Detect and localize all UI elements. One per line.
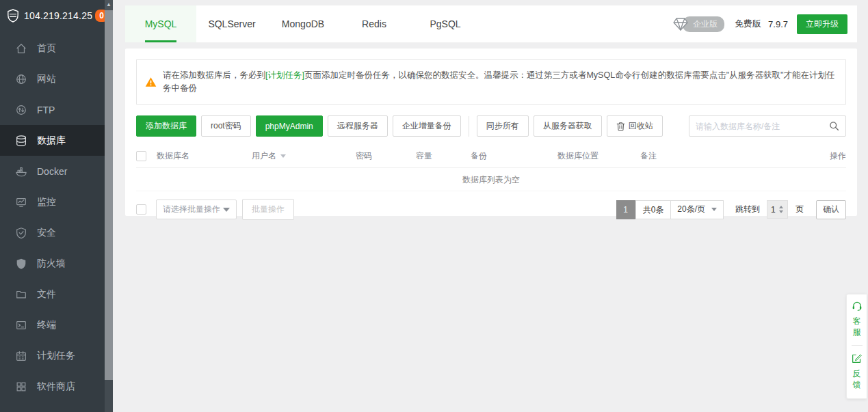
sidebar-item-label: 软件商店 (37, 381, 75, 393)
diamond-icon (672, 16, 689, 31)
page-size-caret-icon (711, 208, 717, 211)
search-input[interactable] (689, 122, 829, 131)
customer-service-button[interactable]: 客服 (852, 301, 863, 338)
spinner-down-icon[interactable] (779, 210, 783, 213)
sort-caret-icon[interactable] (280, 154, 286, 158)
sidebar-item-ftp[interactable]: FTP (0, 94, 105, 125)
database-search (689, 115, 846, 137)
jump-page-input[interactable] (767, 205, 779, 215)
search-icon[interactable] (829, 121, 839, 131)
column-location: 数据库位置 (557, 150, 640, 162)
sidebar-item-label: 终端 (37, 319, 56, 331)
warning-icon (145, 77, 157, 87)
empty-list-message: 数据库列表为空 (136, 168, 846, 191)
database-icon (14, 134, 28, 148)
sidebar-item-label: 网站 (37, 73, 56, 85)
panel-logo-shield-icon (7, 9, 19, 23)
sidebar-item-firewall[interactable]: 防火墙 (0, 248, 105, 279)
notice-text: 请在添加数据库后，务必到[计划任务]页面添加定时备份任务，以确保您的数据安全。温… (163, 69, 837, 95)
ftp-icon (14, 103, 28, 117)
sidebar-menu: 首页 网站 FTP 数据库 Docker 监控 安全 防火墙 (0, 33, 113, 402)
sidebar-item-monitor[interactable]: 监控 (0, 187, 105, 217)
select-caret-icon (223, 208, 230, 212)
notice-prefix: 请在添加数据库后，务必到 (163, 70, 265, 80)
sidebar-item-home[interactable]: 首页 (0, 33, 105, 64)
sidebar-item-security[interactable]: 安全 (0, 217, 105, 248)
page-size-select[interactable]: 20条/页 (671, 200, 724, 219)
scrollbar-thumb[interactable] (105, 10, 113, 380)
current-page-button[interactable]: 1 (616, 200, 635, 219)
tab-sqlserver[interactable]: SQLServer (196, 5, 267, 42)
column-capacity: 容量 (416, 150, 471, 162)
column-password: 密码 (356, 150, 416, 162)
floating-support-widget: 客服 反馈 (846, 294, 867, 399)
column-database-name: 数据库名 (157, 150, 252, 162)
database-table: 数据库名 用户名 密码 容量 备份 数据库位置 备注 操作 数据库列表为空 (136, 145, 846, 191)
sidebar-scrollbar[interactable]: ▲ (105, 0, 113, 412)
backup-notice: 请在添加数据库后，务必到[计划任务]页面添加定时备份任务，以确保您的数据安全。温… (136, 59, 846, 105)
docker-icon (14, 165, 28, 178)
database-toolbar: 添加数据库 root密码 phpMyAdmin 远程服务器 企业增量备份 同步所… (136, 115, 846, 137)
spinner-up-icon[interactable] (779, 206, 783, 208)
batch-action-button[interactable]: 批量操作 (242, 199, 294, 220)
server-ip[interactable]: 104.219.214.25 (24, 10, 95, 21)
remote-server-button[interactable]: 远程服务器 (328, 115, 388, 137)
globe-icon (14, 72, 28, 86)
cron-page-link[interactable]: [计划任务] (265, 70, 304, 80)
table-header-row: 数据库名 用户名 密码 容量 备份 数据库位置 备注 操作 (136, 145, 846, 168)
tab-pgsql[interactable]: PgSQL (410, 5, 481, 42)
feedback-label: 反馈 (853, 368, 861, 390)
trash-icon (616, 122, 625, 131)
enterprise-badge[interactable]: 企业版 (672, 16, 724, 32)
folder-icon (14, 288, 28, 301)
customer-service-label: 客服 (853, 316, 861, 338)
database-panel: 请在添加数据库后，务必到[计划任务]页面添加定时备份任务，以确保您的数据安全。温… (125, 49, 857, 216)
recycle-bin-label: 回收站 (629, 120, 653, 132)
widget-divider (852, 345, 863, 346)
total-count: 共0条 (635, 200, 672, 219)
jump-page-input-box (767, 200, 788, 219)
sidebar-item-database[interactable]: 数据库 (0, 125, 105, 156)
fetch-from-server-button[interactable]: 从服务器获取 (534, 115, 602, 137)
scrollbar-up-arrow-icon[interactable]: ▲ (105, 0, 113, 10)
root-password-button[interactable]: root密码 (201, 115, 251, 137)
tab-redis[interactable]: Redis (339, 5, 410, 42)
grid-icon (14, 380, 28, 394)
add-database-button[interactable]: 添加数据库 (136, 115, 196, 137)
version-label: 7.9.7 (768, 19, 788, 29)
batch-select-placeholder: 请选择批量操作 (163, 204, 220, 215)
upgrade-button[interactable]: 立即升级 (797, 14, 847, 34)
enterprise-backup-button[interactable]: 企业增量备份 (393, 115, 461, 137)
database-type-tabbar: MySQL SQLServer MongoDB Redis PgSQL 企业版 … (125, 5, 857, 42)
phpmyadmin-button[interactable]: phpMyAdmin (256, 115, 323, 137)
column-backup: 备份 (471, 150, 557, 162)
page-unit-label: 页 (795, 204, 804, 215)
column-actions: 操作 (805, 150, 846, 162)
sidebar-item-label: 安全 (37, 227, 56, 239)
batch-action-select[interactable]: 请选择批量操作 (156, 200, 237, 219)
recycle-bin-button[interactable]: 回收站 (607, 115, 663, 137)
calendar-icon (14, 349, 28, 363)
sidebar-item-terminal[interactable]: 终端 (0, 310, 105, 340)
shield-check-icon (14, 226, 28, 240)
footer-select-all-checkbox[interactable] (136, 204, 146, 215)
sidebar-item-cron[interactable]: 计划任务 (0, 340, 105, 371)
page-spinner[interactable] (779, 206, 783, 213)
tab-mysql[interactable]: MySQL (125, 5, 196, 42)
edition-label[interactable]: 免费版 (735, 18, 761, 30)
jump-to-label: 跳转到 (735, 204, 760, 215)
sync-all-button[interactable]: 同步所有 (477, 115, 529, 137)
tab-mongodb[interactable]: MongoDB (267, 5, 339, 42)
home-icon (14, 42, 28, 55)
sidebar-item-files[interactable]: 文件 (0, 279, 105, 310)
feedback-button[interactable]: 反馈 (852, 353, 862, 390)
select-all-checkbox[interactable] (136, 151, 146, 161)
column-note: 备注 (640, 150, 805, 162)
sidebar-item-website[interactable]: 网站 (0, 64, 105, 94)
confirm-button[interactable]: 确认 (816, 200, 846, 219)
license-area: 企业版 免费版 7.9.7 立即升级 (672, 5, 847, 42)
sidebar-item-docker[interactable]: Docker (0, 156, 105, 187)
sidebar-item-appstore[interactable]: 软件商店 (0, 371, 105, 402)
sidebar-item-label: FTP (37, 105, 55, 115)
sidebar-item-label: 防火墙 (37, 258, 66, 270)
